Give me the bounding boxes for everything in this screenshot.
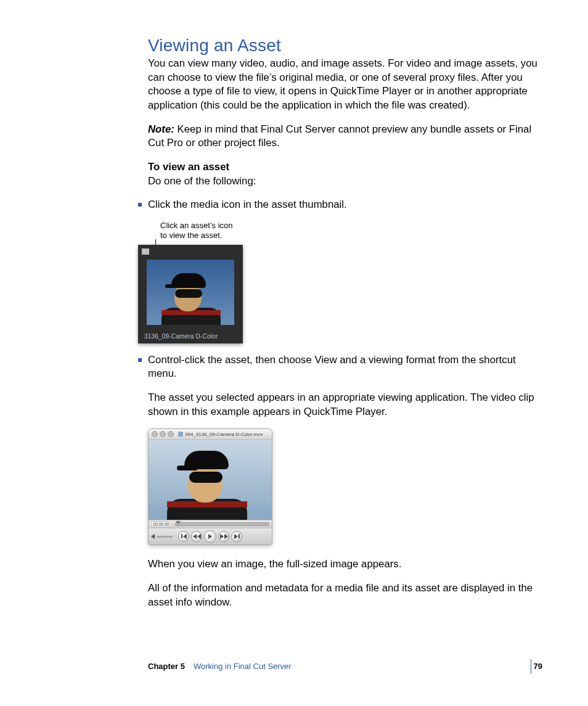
document-proxy-icon[interactable] <box>178 432 183 437</box>
rewind-button[interactable] <box>191 531 202 542</box>
volume-slider[interactable] <box>157 536 173 538</box>
footer-chapter: Chapter 5 <box>148 662 185 671</box>
bullet-2-followup: The asset you selected appears in an app… <box>138 391 539 419</box>
intro-paragraph: You can view many video, audio, and imag… <box>148 57 539 113</box>
closing-1: When you view an image, the full-sized i… <box>138 557 539 572</box>
quicktime-controls <box>149 528 272 544</box>
quicktime-window-title: 394_3136_09-Camera D-Color.mov <box>185 432 263 437</box>
callout-text: Click an asset’s icon to view the asset. <box>160 221 539 241</box>
volume-icon[interactable] <box>151 534 155 539</box>
quicktime-window[interactable]: 394_3136_09-Camera D-Color.mov 00:00:00 <box>148 429 272 545</box>
quicktime-scrub-bar[interactable]: 00:00:00 <box>149 520 272 528</box>
close-icon[interactable] <box>152 431 158 437</box>
note-body: Keep in mind that Final Cut Server canno… <box>148 123 531 149</box>
note-label: Note: <box>148 123 174 135</box>
go-to-start-button[interactable] <box>178 531 189 542</box>
list-item: Control-click the asset, then choose Vie… <box>138 353 539 610</box>
minimize-icon[interactable] <box>160 431 166 437</box>
media-type-icon[interactable] <box>142 248 149 255</box>
bullet-1-text: Click the media icon in the asset thumbn… <box>138 198 539 212</box>
play-button[interactable] <box>204 530 216 543</box>
thumbnail-frame <box>147 260 234 325</box>
playhead-track[interactable] <box>175 522 269 526</box>
task-heading: To view an asset <box>148 160 539 174</box>
closing-2: All of the information and metadata for … <box>138 581 539 609</box>
asset-thumbnail[interactable]: 3136_09-Camera D-Color <box>138 245 243 343</box>
footer-title: Working in Final Cut Server <box>194 662 292 671</box>
quicktime-titlebar[interactable]: 394_3136_09-Camera D-Color.mov <box>149 429 272 440</box>
timecode-display: 00:00:00 <box>151 522 171 527</box>
fast-forward-button[interactable] <box>218 531 229 542</box>
note-paragraph: Note: Keep in mind that Final Cut Server… <box>148 123 539 150</box>
section-heading: Viewing an Asset <box>148 36 539 55</box>
page-footer: Chapter 5 Working in Final Cut Server 79 <box>148 662 542 671</box>
bullet-2-text: Control-click the asset, then choose Vie… <box>138 353 539 381</box>
footer-divider <box>531 659 531 674</box>
thumbnail-caption: 3136_09-Camera D-Color <box>144 333 218 340</box>
zoom-icon[interactable] <box>168 431 174 437</box>
list-item: Click the media icon in the asset thumbn… <box>138 198 539 343</box>
quicktime-video-area[interactable] <box>149 440 272 520</box>
footer-page-number: 79 <box>534 662 542 671</box>
task-lead: Do one of the following: <box>148 174 539 189</box>
go-to-end-button[interactable] <box>231 531 242 542</box>
